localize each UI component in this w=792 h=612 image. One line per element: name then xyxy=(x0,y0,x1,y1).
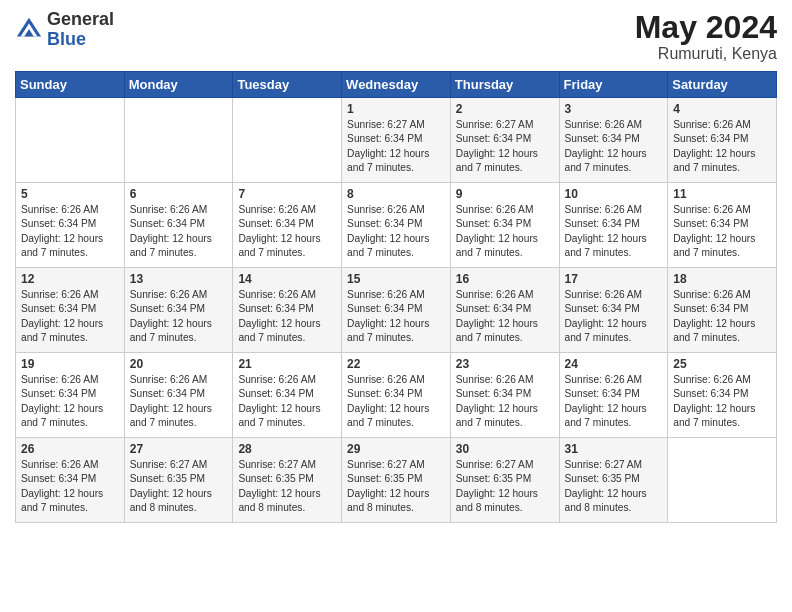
day-info: Sunrise: 6:26 AMSunset: 6:34 PMDaylight:… xyxy=(130,203,228,260)
day-number: 19 xyxy=(21,357,119,371)
calendar-day-cell: 10Sunrise: 6:26 AMSunset: 6:34 PMDayligh… xyxy=(559,183,668,268)
calendar-day-cell: 8Sunrise: 6:26 AMSunset: 6:34 PMDaylight… xyxy=(342,183,451,268)
day-info: Sunrise: 6:27 AMSunset: 6:35 PMDaylight:… xyxy=(238,458,336,515)
day-number: 6 xyxy=(130,187,228,201)
calendar-day-cell: 11Sunrise: 6:26 AMSunset: 6:34 PMDayligh… xyxy=(668,183,777,268)
day-info: Sunrise: 6:26 AMSunset: 6:34 PMDaylight:… xyxy=(673,203,771,260)
day-number: 29 xyxy=(347,442,445,456)
day-number: 14 xyxy=(238,272,336,286)
calendar-day-cell xyxy=(668,438,777,523)
calendar-day-cell: 28Sunrise: 6:27 AMSunset: 6:35 PMDayligh… xyxy=(233,438,342,523)
day-number: 12 xyxy=(21,272,119,286)
calendar-day-cell: 20Sunrise: 6:26 AMSunset: 6:34 PMDayligh… xyxy=(124,353,233,438)
calendar-day-cell: 3Sunrise: 6:26 AMSunset: 6:34 PMDaylight… xyxy=(559,98,668,183)
day-info: Sunrise: 6:26 AMSunset: 6:34 PMDaylight:… xyxy=(347,288,445,345)
page-header: General Blue May 2024 Rumuruti, Kenya xyxy=(15,10,777,63)
day-number: 9 xyxy=(456,187,554,201)
calendar-day-cell: 16Sunrise: 6:26 AMSunset: 6:34 PMDayligh… xyxy=(450,268,559,353)
day-info: Sunrise: 6:27 AMSunset: 6:35 PMDaylight:… xyxy=(456,458,554,515)
header-sunday: Sunday xyxy=(16,72,125,98)
day-number: 27 xyxy=(130,442,228,456)
day-number: 26 xyxy=(21,442,119,456)
day-info: Sunrise: 6:26 AMSunset: 6:34 PMDaylight:… xyxy=(238,373,336,430)
calendar-day-cell: 17Sunrise: 6:26 AMSunset: 6:34 PMDayligh… xyxy=(559,268,668,353)
calendar-day-cell: 23Sunrise: 6:26 AMSunset: 6:34 PMDayligh… xyxy=(450,353,559,438)
day-info: Sunrise: 6:26 AMSunset: 6:34 PMDaylight:… xyxy=(456,373,554,430)
calendar-day-cell: 14Sunrise: 6:26 AMSunset: 6:34 PMDayligh… xyxy=(233,268,342,353)
day-info: Sunrise: 6:26 AMSunset: 6:34 PMDaylight:… xyxy=(565,288,663,345)
calendar-day-cell: 31Sunrise: 6:27 AMSunset: 6:35 PMDayligh… xyxy=(559,438,668,523)
day-info: Sunrise: 6:26 AMSunset: 6:34 PMDaylight:… xyxy=(130,373,228,430)
day-info: Sunrise: 6:26 AMSunset: 6:34 PMDaylight:… xyxy=(565,118,663,175)
calendar-title: May 2024 xyxy=(635,10,777,45)
calendar-day-cell xyxy=(233,98,342,183)
day-info: Sunrise: 6:26 AMSunset: 6:34 PMDaylight:… xyxy=(456,288,554,345)
logo-blue-text: Blue xyxy=(47,30,114,50)
header-saturday: Saturday xyxy=(668,72,777,98)
day-number: 18 xyxy=(673,272,771,286)
day-info: Sunrise: 6:26 AMSunset: 6:34 PMDaylight:… xyxy=(21,373,119,430)
day-info: Sunrise: 6:26 AMSunset: 6:34 PMDaylight:… xyxy=(21,458,119,515)
day-number: 25 xyxy=(673,357,771,371)
calendar-day-cell: 18Sunrise: 6:26 AMSunset: 6:34 PMDayligh… xyxy=(668,268,777,353)
day-number: 4 xyxy=(673,102,771,116)
day-info: Sunrise: 6:27 AMSunset: 6:34 PMDaylight:… xyxy=(456,118,554,175)
calendar-day-cell: 15Sunrise: 6:26 AMSunset: 6:34 PMDayligh… xyxy=(342,268,451,353)
calendar-day-cell: 24Sunrise: 6:26 AMSunset: 6:34 PMDayligh… xyxy=(559,353,668,438)
day-number: 3 xyxy=(565,102,663,116)
calendar-week-row: 5Sunrise: 6:26 AMSunset: 6:34 PMDaylight… xyxy=(16,183,777,268)
day-number: 31 xyxy=(565,442,663,456)
calendar-day-cell: 29Sunrise: 6:27 AMSunset: 6:35 PMDayligh… xyxy=(342,438,451,523)
calendar-day-cell: 25Sunrise: 6:26 AMSunset: 6:34 PMDayligh… xyxy=(668,353,777,438)
logo-general-text: General xyxy=(47,10,114,30)
day-info: Sunrise: 6:26 AMSunset: 6:34 PMDaylight:… xyxy=(21,288,119,345)
day-info: Sunrise: 6:26 AMSunset: 6:34 PMDaylight:… xyxy=(565,373,663,430)
day-number: 5 xyxy=(21,187,119,201)
day-info: Sunrise: 6:27 AMSunset: 6:35 PMDaylight:… xyxy=(347,458,445,515)
calendar-day-cell: 5Sunrise: 6:26 AMSunset: 6:34 PMDaylight… xyxy=(16,183,125,268)
day-number: 11 xyxy=(673,187,771,201)
day-info: Sunrise: 6:26 AMSunset: 6:34 PMDaylight:… xyxy=(238,203,336,260)
header-friday: Friday xyxy=(559,72,668,98)
day-info: Sunrise: 6:26 AMSunset: 6:34 PMDaylight:… xyxy=(565,203,663,260)
day-number: 13 xyxy=(130,272,228,286)
day-info: Sunrise: 6:26 AMSunset: 6:34 PMDaylight:… xyxy=(673,373,771,430)
logo-icon xyxy=(15,16,43,44)
calendar-location: Rumuruti, Kenya xyxy=(635,45,777,63)
header-tuesday: Tuesday xyxy=(233,72,342,98)
day-number: 7 xyxy=(238,187,336,201)
day-number: 17 xyxy=(565,272,663,286)
day-number: 15 xyxy=(347,272,445,286)
day-number: 23 xyxy=(456,357,554,371)
day-info: Sunrise: 6:26 AMSunset: 6:34 PMDaylight:… xyxy=(130,288,228,345)
day-number: 2 xyxy=(456,102,554,116)
day-info: Sunrise: 6:26 AMSunset: 6:34 PMDaylight:… xyxy=(347,373,445,430)
calendar-day-cell: 27Sunrise: 6:27 AMSunset: 6:35 PMDayligh… xyxy=(124,438,233,523)
day-info: Sunrise: 6:26 AMSunset: 6:34 PMDaylight:… xyxy=(21,203,119,260)
day-number: 28 xyxy=(238,442,336,456)
day-number: 30 xyxy=(456,442,554,456)
calendar-table: Sunday Monday Tuesday Wednesday Thursday… xyxy=(15,71,777,523)
day-number: 8 xyxy=(347,187,445,201)
calendar-week-row: 19Sunrise: 6:26 AMSunset: 6:34 PMDayligh… xyxy=(16,353,777,438)
calendar-day-cell: 22Sunrise: 6:26 AMSunset: 6:34 PMDayligh… xyxy=(342,353,451,438)
calendar-day-cell: 21Sunrise: 6:26 AMSunset: 6:34 PMDayligh… xyxy=(233,353,342,438)
title-block: May 2024 Rumuruti, Kenya xyxy=(635,10,777,63)
calendar-day-cell: 4Sunrise: 6:26 AMSunset: 6:34 PMDaylight… xyxy=(668,98,777,183)
calendar-day-cell: 26Sunrise: 6:26 AMSunset: 6:34 PMDayligh… xyxy=(16,438,125,523)
calendar-day-cell xyxy=(124,98,233,183)
day-number: 24 xyxy=(565,357,663,371)
calendar-day-cell: 12Sunrise: 6:26 AMSunset: 6:34 PMDayligh… xyxy=(16,268,125,353)
day-number: 21 xyxy=(238,357,336,371)
calendar-day-cell: 9Sunrise: 6:26 AMSunset: 6:34 PMDaylight… xyxy=(450,183,559,268)
day-number: 16 xyxy=(456,272,554,286)
day-number: 1 xyxy=(347,102,445,116)
calendar-week-row: 12Sunrise: 6:26 AMSunset: 6:34 PMDayligh… xyxy=(16,268,777,353)
calendar-day-cell: 30Sunrise: 6:27 AMSunset: 6:35 PMDayligh… xyxy=(450,438,559,523)
calendar-day-cell xyxy=(16,98,125,183)
calendar-day-cell: 19Sunrise: 6:26 AMSunset: 6:34 PMDayligh… xyxy=(16,353,125,438)
calendar-day-cell: 7Sunrise: 6:26 AMSunset: 6:34 PMDaylight… xyxy=(233,183,342,268)
header-thursday: Thursday xyxy=(450,72,559,98)
logo: General Blue xyxy=(15,10,114,50)
day-info: Sunrise: 6:26 AMSunset: 6:34 PMDaylight:… xyxy=(238,288,336,345)
